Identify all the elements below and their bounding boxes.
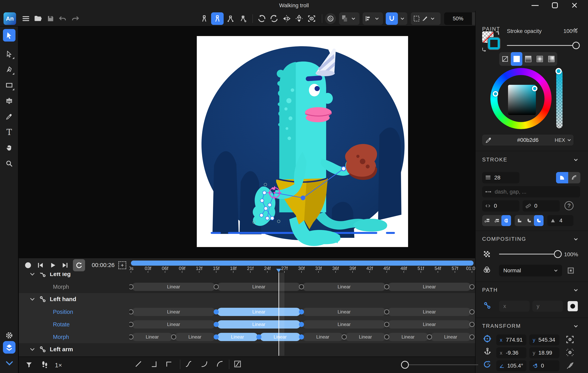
stroke-opacity-slider[interactable]: [507, 45, 577, 46]
anchor-center-icon[interactable]: [566, 348, 574, 357]
minimize-icon[interactable]: [532, 5, 539, 6]
save-button[interactable]: [44, 12, 57, 25]
chevron-down-icon[interactable]: [29, 273, 35, 277]
track-header-left-leg[interactable]: Left leg: [19, 273, 129, 280]
keyframe-dot[interactable]: [299, 284, 304, 289]
keyframe-dot[interactable]: [469, 284, 474, 289]
rotations-count-input[interactable]: 0: [529, 360, 559, 371]
blend-mode-dropdown[interactable]: Normal: [499, 265, 562, 276]
hue-handle[interactable]: [493, 91, 498, 97]
hex-mode-label[interactable]: HEX: [555, 137, 565, 143]
keyframe-dot[interactable]: [214, 322, 219, 327]
paint-type-none[interactable]: [499, 52, 511, 66]
path-x-input[interactable]: x: [499, 301, 530, 312]
select-tool-button[interactable]: [3, 29, 15, 41]
timeline-zoom-slider[interactable]: [408, 364, 478, 365]
footsteps-icon[interactable]: [41, 361, 49, 369]
cap-round-button[interactable]: [501, 215, 511, 226]
stroke-style-taper-button[interactable]: [568, 172, 580, 183]
join-miter-button[interactable]: [515, 215, 524, 226]
tween-segment[interactable]: Linear: [132, 308, 215, 316]
rig-joint[interactable]: [341, 166, 346, 171]
timeline-scrollbar[interactable]: [131, 260, 473, 266]
rectangle-tool-button[interactable]: [3, 79, 15, 92]
pen-tool-button[interactable]: [3, 63, 15, 76]
ease-in-out-icon[interactable]: [185, 360, 192, 368]
opacity-slider[interactable]: [499, 254, 558, 254]
center-origin-icon[interactable]: [566, 335, 574, 344]
keyframe-dot[interactable]: [214, 309, 219, 314]
mask-icon[interactable]: [567, 267, 575, 274]
track-header-label[interactable]: Left hand: [50, 296, 76, 302]
property-label[interactable]: Rotate: [53, 321, 70, 328]
snap-magnet-dropdown[interactable]: [386, 12, 407, 25]
ease-out-icon[interactable]: [216, 360, 224, 368]
app-logo[interactable]: An: [3, 12, 16, 25]
keyframe-dot[interactable]: [256, 334, 262, 340]
playhead-line[interactable]: [279, 272, 279, 356]
saturation-brightness-square[interactable]: [508, 85, 536, 115]
cap-butt-button[interactable]: [482, 215, 492, 226]
playback-speed[interactable]: 1×: [55, 362, 62, 369]
tween-segment[interactable]: Linear: [303, 283, 386, 291]
tween-segment[interactable]: Linear: [303, 333, 343, 341]
hex-mode-chevron[interactable]: [567, 137, 572, 143]
selection-mode-dropdown[interactable]: [411, 12, 441, 25]
tween-segment[interactable]: Linear: [217, 333, 258, 341]
anchor-x-input[interactable]: x -9.36: [496, 347, 526, 358]
rotation-input[interactable]: 105.4°: [496, 360, 526, 371]
hand-tool-button[interactable]: [3, 142, 15, 154]
tween-segment[interactable]: Linear: [132, 283, 215, 291]
record-button[interactable]: [25, 262, 31, 268]
tween-segment[interactable]: Linear: [217, 283, 300, 291]
paint-type-solid[interactable]: [511, 52, 522, 66]
magnet-toggle[interactable]: [386, 12, 398, 25]
flip-vertical-button[interactable]: [293, 12, 305, 25]
tween-segment[interactable]: Linear: [430, 333, 471, 341]
ease-linear-icon[interactable]: [135, 360, 142, 368]
stroke-collapse-chevron[interactable]: [573, 157, 579, 163]
rotate-ccw-button[interactable]: [255, 12, 268, 25]
compositing-collapse-chevron[interactable]: [573, 236, 579, 242]
tween-segment[interactable]: Linear: [388, 320, 471, 329]
ease-hold-end-icon[interactable]: [150, 360, 158, 368]
close-icon[interactable]: [571, 1, 578, 9]
property-row-label[interactable]: Rotate: [19, 318, 129, 331]
ease-hold-start-icon[interactable]: [165, 360, 173, 368]
keyframe-dot[interactable]: [342, 334, 347, 340]
loop-toggle-button[interactable]: [73, 259, 85, 271]
add-keyframe-button[interactable]: +: [118, 261, 126, 269]
filter-icon[interactable]: [25, 361, 32, 368]
align-dropdown[interactable]: [363, 12, 383, 25]
keyframe-dot[interactable]: [427, 334, 432, 340]
flip-bone-icon[interactable]: [566, 362, 574, 370]
swap-fill-stroke-icon[interactable]: [495, 30, 501, 36]
joint-tool-button[interactable]: [224, 12, 237, 25]
miter-limit-input[interactable]: 4: [547, 215, 574, 226]
tween-segment[interactable]: Linear: [175, 333, 215, 341]
keyframe-dot[interactable]: [171, 334, 176, 340]
tween-segment[interactable]: Linear: [388, 308, 471, 316]
timeline-ruler[interactable]: 0s03f06f09f12f15f18f21f24f27f30f33f36f39…: [129, 266, 475, 273]
direct-select-tool-button[interactable]: [3, 48, 15, 60]
paint-type-radial-offset[interactable]: [546, 52, 557, 66]
path-y-input[interactable]: y: [532, 301, 563, 312]
ease-custom-icon[interactable]: [234, 360, 242, 368]
fill-style-dropdown[interactable]: [339, 12, 359, 25]
play-button[interactable]: [49, 262, 56, 269]
paint-type-radial-gradient[interactable]: [534, 52, 546, 66]
menu-button[interactable]: [20, 12, 32, 25]
help-icon[interactable]: ?: [565, 201, 574, 210]
timeline-zoom-knob[interactable]: [401, 361, 409, 369]
rig-joint[interactable]: [301, 196, 305, 200]
property-label[interactable]: Morph: [53, 284, 69, 290]
position-x-input[interactable]: x 774.91: [496, 334, 526, 345]
keyframe-dot[interactable]: [384, 309, 389, 314]
track-header-left-hand[interactable]: Left hand: [19, 293, 129, 306]
property-label[interactable]: Morph: [53, 334, 69, 340]
tween-segment[interactable]: Linear: [217, 308, 300, 316]
focus-selection-button[interactable]: [305, 12, 318, 25]
keyframe-dot[interactable]: [469, 309, 474, 314]
cap-square-button[interactable]: [492, 215, 501, 226]
track-header-left-arm[interactable]: Left arm: [19, 343, 129, 356]
